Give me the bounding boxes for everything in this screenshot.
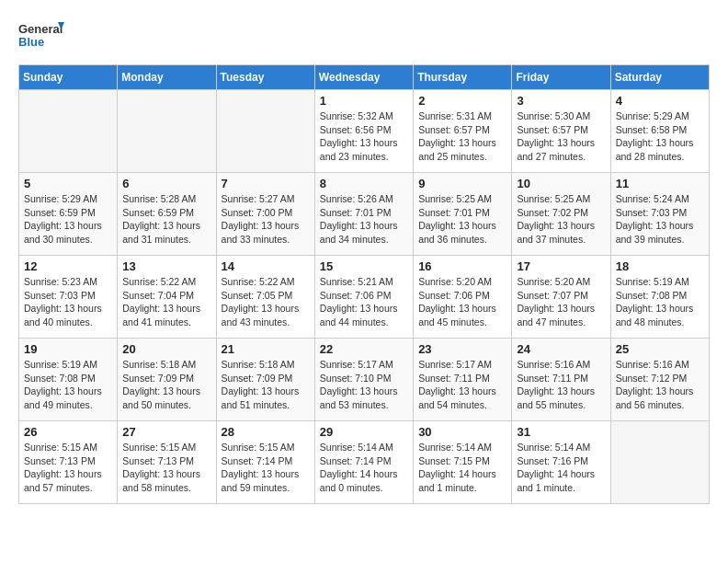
calendar-day — [610, 421, 709, 504]
day-info: Sunrise: 5:18 AM Sunset: 7:09 PM Dayligh… — [122, 358, 210, 412]
day-number: 23 — [418, 342, 506, 356]
calendar-day — [19, 90, 118, 173]
calendar-day: 19Sunrise: 5:19 AM Sunset: 7:08 PM Dayli… — [19, 339, 118, 421]
day-info: Sunrise: 5:29 AM Sunset: 6:58 PM Dayligh… — [616, 109, 704, 164]
calendar-day: 3Sunrise: 5:30 AM Sunset: 6:57 PM Daylig… — [512, 90, 610, 173]
day-info: Sunrise: 5:14 AM Sunset: 7:14 PM Dayligh… — [320, 441, 408, 495]
calendar-day: 7Sunrise: 5:27 AM Sunset: 7:00 PM Daylig… — [216, 173, 314, 256]
day-info: Sunrise: 5:16 AM Sunset: 7:11 PM Dayligh… — [517, 358, 605, 412]
day-info: Sunrise: 5:32 AM Sunset: 6:56 PM Dayligh… — [320, 109, 408, 164]
day-number: 2 — [418, 94, 506, 108]
calendar-day: 22Sunrise: 5:17 AM Sunset: 7:10 PM Dayli… — [314, 339, 413, 421]
day-info: Sunrise: 5:25 AM Sunset: 7:01 PM Dayligh… — [418, 192, 506, 247]
day-number: 3 — [517, 94, 605, 108]
day-number: 8 — [320, 177, 408, 190]
calendar-day: 31Sunrise: 5:14 AM Sunset: 7:16 PM Dayli… — [512, 421, 610, 504]
day-info: Sunrise: 5:15 AM Sunset: 7:13 PM Dayligh… — [24, 441, 112, 495]
header-saturday: Saturday — [610, 65, 709, 90]
day-info: Sunrise: 5:30 AM Sunset: 6:57 PM Dayligh… — [517, 109, 605, 164]
calendar-day: 23Sunrise: 5:17 AM Sunset: 7:11 PM Dayli… — [414, 339, 512, 421]
calendar-day: 16Sunrise: 5:20 AM Sunset: 7:06 PM Dayli… — [414, 256, 512, 339]
day-number: 20 — [122, 342, 210, 356]
calendar-day: 18Sunrise: 5:19 AM Sunset: 7:08 PM Dayli… — [610, 256, 709, 339]
day-info: Sunrise: 5:29 AM Sunset: 6:59 PM Dayligh… — [24, 192, 112, 247]
day-info: Sunrise: 5:31 AM Sunset: 6:57 PM Dayligh… — [418, 109, 506, 164]
logo: General Blue — [18, 18, 64, 55]
day-number: 5 — [24, 177, 112, 190]
day-number: 25 — [616, 342, 704, 356]
day-number: 30 — [418, 425, 506, 439]
calendar-day: 15Sunrise: 5:21 AM Sunset: 7:06 PM Dayli… — [314, 256, 413, 339]
day-info: Sunrise: 5:26 AM Sunset: 7:01 PM Dayligh… — [320, 192, 408, 247]
day-info: Sunrise: 5:17 AM Sunset: 7:10 PM Dayligh… — [320, 358, 408, 412]
day-number: 19 — [24, 342, 112, 356]
calendar-day: 25Sunrise: 5:16 AM Sunset: 7:12 PM Dayli… — [610, 339, 709, 421]
day-info: Sunrise: 5:20 AM Sunset: 7:06 PM Dayligh… — [418, 275, 506, 329]
calendar-day: 13Sunrise: 5:22 AM Sunset: 7:04 PM Dayli… — [118, 256, 216, 339]
header-thursday: Thursday — [414, 65, 512, 90]
day-number: 26 — [24, 425, 112, 439]
day-number: 4 — [616, 94, 704, 108]
day-info: Sunrise: 5:19 AM Sunset: 7:08 PM Dayligh… — [24, 358, 112, 412]
day-number: 22 — [320, 342, 408, 356]
calendar-week-5: 26Sunrise: 5:15 AM Sunset: 7:13 PM Dayli… — [19, 421, 710, 504]
day-info: Sunrise: 5:15 AM Sunset: 7:14 PM Dayligh… — [222, 441, 310, 495]
day-number: 15 — [320, 259, 408, 273]
calendar-day: 10Sunrise: 5:25 AM Sunset: 7:02 PM Dayli… — [512, 173, 610, 256]
day-number: 6 — [122, 177, 210, 190]
calendar-week-3: 12Sunrise: 5:23 AM Sunset: 7:03 PM Dayli… — [19, 256, 710, 339]
calendar-day: 27Sunrise: 5:15 AM Sunset: 7:13 PM Dayli… — [118, 421, 216, 504]
day-number: 14 — [222, 259, 310, 273]
day-number: 1 — [320, 94, 408, 108]
header-wednesday: Wednesday — [314, 65, 413, 90]
day-number: 28 — [222, 425, 310, 439]
calendar-day: 24Sunrise: 5:16 AM Sunset: 7:11 PM Dayli… — [512, 339, 610, 421]
day-number: 21 — [222, 342, 310, 356]
calendar-day — [118, 90, 216, 173]
calendar-week-1: 1Sunrise: 5:32 AM Sunset: 6:56 PM Daylig… — [19, 90, 710, 173]
calendar-table: SundayMondayTuesdayWednesdayThursdayFrid… — [18, 64, 710, 504]
day-number: 13 — [122, 259, 210, 273]
calendar-day: 21Sunrise: 5:18 AM Sunset: 7:09 PM Dayli… — [216, 339, 314, 421]
day-info: Sunrise: 5:24 AM Sunset: 7:03 PM Dayligh… — [616, 192, 704, 247]
calendar-day: 9Sunrise: 5:25 AM Sunset: 7:01 PM Daylig… — [414, 173, 512, 256]
header-sunday: Sunday — [19, 65, 118, 90]
day-number: 7 — [222, 177, 310, 190]
page-header: General Blue — [18, 18, 710, 55]
header-tuesday: Tuesday — [216, 65, 314, 90]
day-info: Sunrise: 5:16 AM Sunset: 7:12 PM Dayligh… — [616, 358, 704, 412]
calendar-day: 30Sunrise: 5:14 AM Sunset: 7:15 PM Dayli… — [414, 421, 512, 504]
day-number: 12 — [24, 259, 112, 273]
calendar-day: 4Sunrise: 5:29 AM Sunset: 6:58 PM Daylig… — [610, 90, 709, 173]
calendar-day: 20Sunrise: 5:18 AM Sunset: 7:09 PM Dayli… — [118, 339, 216, 421]
calendar-day: 28Sunrise: 5:15 AM Sunset: 7:14 PM Dayli… — [216, 421, 314, 504]
day-number: 10 — [517, 177, 605, 190]
calendar-week-4: 19Sunrise: 5:19 AM Sunset: 7:08 PM Dayli… — [19, 339, 710, 421]
day-info: Sunrise: 5:19 AM Sunset: 7:08 PM Dayligh… — [616, 275, 704, 329]
day-info: Sunrise: 5:25 AM Sunset: 7:02 PM Dayligh… — [517, 192, 605, 247]
calendar-day: 14Sunrise: 5:22 AM Sunset: 7:05 PM Dayli… — [216, 256, 314, 339]
day-number: 17 — [517, 259, 605, 273]
day-number: 29 — [320, 425, 408, 439]
day-info: Sunrise: 5:28 AM Sunset: 6:59 PM Dayligh… — [122, 192, 210, 247]
calendar-day: 8Sunrise: 5:26 AM Sunset: 7:01 PM Daylig… — [314, 173, 413, 256]
svg-text:General: General — [18, 22, 63, 36]
day-info: Sunrise: 5:14 AM Sunset: 7:16 PM Dayligh… — [517, 441, 605, 495]
day-number: 31 — [517, 425, 605, 439]
calendar-header-row: SundayMondayTuesdayWednesdayThursdayFrid… — [19, 65, 710, 90]
calendar-day: 5Sunrise: 5:29 AM Sunset: 6:59 PM Daylig… — [19, 173, 118, 256]
day-info: Sunrise: 5:23 AM Sunset: 7:03 PM Dayligh… — [24, 275, 112, 329]
calendar-day: 12Sunrise: 5:23 AM Sunset: 7:03 PM Dayli… — [19, 256, 118, 339]
calendar-day: 17Sunrise: 5:20 AM Sunset: 7:07 PM Dayli… — [512, 256, 610, 339]
day-number: 27 — [122, 425, 210, 439]
day-number: 9 — [418, 177, 506, 190]
calendar-day: 6Sunrise: 5:28 AM Sunset: 6:59 PM Daylig… — [118, 173, 216, 256]
calendar-day: 11Sunrise: 5:24 AM Sunset: 7:03 PM Dayli… — [610, 173, 709, 256]
logo-svg: General Blue — [18, 18, 64, 55]
day-info: Sunrise: 5:14 AM Sunset: 7:15 PM Dayligh… — [418, 441, 506, 495]
calendar-day: 29Sunrise: 5:14 AM Sunset: 7:14 PM Dayli… — [314, 421, 413, 504]
day-info: Sunrise: 5:27 AM Sunset: 7:00 PM Dayligh… — [222, 192, 310, 247]
calendar-day: 1Sunrise: 5:32 AM Sunset: 6:56 PM Daylig… — [314, 90, 413, 173]
calendar-day — [216, 90, 314, 173]
day-number: 16 — [418, 259, 506, 273]
